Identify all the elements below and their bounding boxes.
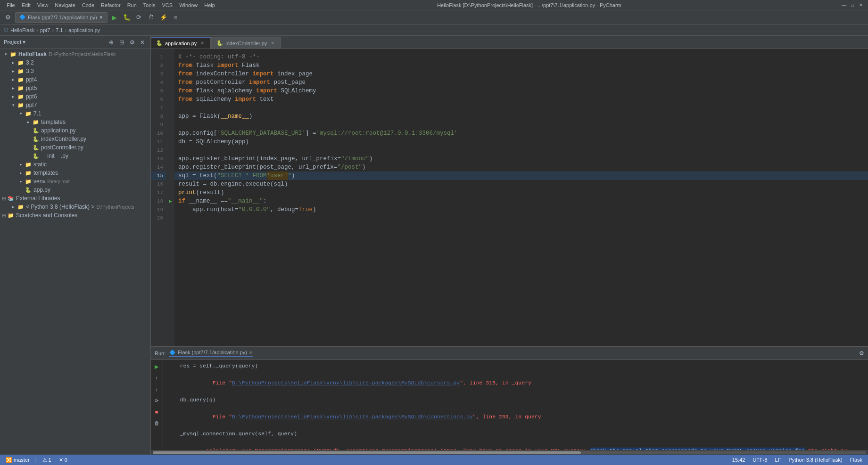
menu-view[interactable]: View bbox=[34, 1, 51, 9]
status-encoding[interactable]: UTF-8 bbox=[751, 457, 769, 463]
run-rerun-btn[interactable]: ⟳ bbox=[152, 396, 161, 405]
status-errors[interactable]: ✕ 0 bbox=[57, 457, 69, 463]
tree-arrow-ppt6[interactable]: ▸ bbox=[9, 93, 17, 100]
tree-arrow-static[interactable]: ▸ bbox=[17, 161, 25, 168]
tree-item-application-py[interactable]: 🐍 application.py bbox=[0, 126, 150, 135]
tree-item-app-py[interactable]: 🐍 app.py bbox=[0, 186, 150, 194]
tree-arrow-helloflask[interactable]: ▾ bbox=[2, 50, 9, 58]
code-content-area[interactable]: # -*- coding: utf-8 -*- from flask impor… bbox=[174, 49, 868, 346]
sidebar-settings-icon[interactable]: ⚙ bbox=[128, 38, 136, 47]
tab-close-index[interactable]: ✕ bbox=[269, 40, 276, 47]
close-button[interactable]: ✕ bbox=[858, 2, 864, 8]
window-controls[interactable]: — □ ✕ bbox=[841, 2, 864, 8]
run-play-btn[interactable]: ▶ bbox=[152, 362, 161, 371]
tree-arrow-templates-71[interactable]: ▸ bbox=[25, 118, 32, 126]
run-scroll-up-btn[interactable]: ↑ bbox=[152, 373, 161, 383]
status-run-config-status[interactable]: Flask bbox=[848, 457, 864, 463]
run-config-selector[interactable]: 🔷 Flask (ppt7/7.1/application.py) ▼ bbox=[15, 12, 107, 23]
tree-item-ppt5[interactable]: ▸ 📁 ppt5 bbox=[0, 84, 150, 92]
menu-code[interactable]: Code bbox=[79, 1, 97, 9]
status-python-version[interactable]: Python 3.8 (HelloFlask) bbox=[786, 457, 844, 463]
tree-arrow-32[interactable]: ▸ bbox=[9, 59, 17, 66]
menu-file[interactable]: File bbox=[4, 1, 18, 9]
tree-item-templates-71[interactable]: ▸ 📁 templates bbox=[0, 118, 150, 126]
menu-bar[interactable]: File Edit View Navigate Code Refactor Ru… bbox=[4, 1, 218, 9]
menu-run[interactable]: Run bbox=[124, 1, 140, 9]
arrow-5 bbox=[166, 87, 174, 95]
run-stop-btn[interactable]: ■ bbox=[152, 407, 161, 416]
line-num-4: 4 bbox=[151, 78, 166, 87]
tab-index-controller[interactable]: 🐍 indexController.py ✕ bbox=[211, 37, 281, 49]
run-coverage-button[interactable]: ⟳ bbox=[134, 12, 144, 23]
tree-item-33[interactable]: ▸ 📁 3.3 bbox=[0, 67, 150, 75]
tree-item-index-controller[interactable]: 🐍 indexController.py bbox=[0, 135, 150, 143]
tree-arrow-templates-ppt7[interactable]: ▸ bbox=[17, 169, 25, 177]
tree-label-ppt7: ppt7 bbox=[26, 102, 37, 108]
run-settings-icon[interactable]: ⚙ bbox=[859, 350, 864, 357]
run-button[interactable]: ▶ bbox=[109, 12, 120, 23]
run-panel-body: ▶ ↑ ↓ ⟳ ■ 🗑 res = self._query(query) Fil… bbox=[151, 360, 868, 450]
tree-item-venv[interactable]: ▸ 📁 venv library root bbox=[0, 177, 150, 186]
menu-tools[interactable]: Tools bbox=[141, 1, 158, 9]
tree-item-ppt4[interactable]: ▸ 📁 ppt4 bbox=[0, 75, 150, 84]
tree-arrow-venv[interactable]: ▸ bbox=[17, 178, 25, 185]
tree-arrow-ppt5[interactable]: ▸ bbox=[9, 84, 17, 92]
cursors-link[interactable]: D:\PythonProjects\HelloFlask\venv\lib\si… bbox=[232, 380, 460, 386]
run-arrow-18[interactable]: ▶ bbox=[166, 197, 174, 205]
connections-link[interactable]: D:\PythonProjects\HelloFlask\venv\lib\si… bbox=[232, 414, 473, 420]
menu-vcs[interactable]: VCS bbox=[159, 1, 176, 9]
concurrency-button[interactable]: ⚡ bbox=[158, 12, 169, 23]
sidebar-locate-icon[interactable]: ⊕ bbox=[107, 38, 116, 47]
breadcrumb-71[interactable]: 7.1 bbox=[56, 27, 63, 33]
tree-label-static: static bbox=[33, 161, 47, 168]
tab-application-py[interactable]: 🐍 application.py ✕ bbox=[151, 37, 211, 49]
run-scroll-down-btn[interactable]: ↓ bbox=[152, 384, 161, 394]
menu-window[interactable]: Window bbox=[176, 1, 200, 9]
tree-arrow-71[interactable]: ▾ bbox=[17, 110, 25, 117]
status-warnings[interactable]: ⚠ 1 bbox=[41, 457, 53, 463]
line-num-18: 18 bbox=[151, 197, 166, 205]
profile-button[interactable]: ⏱ bbox=[146, 12, 157, 23]
debug-button[interactable]: 🐛 bbox=[122, 12, 132, 23]
breadcrumb-helloflask[interactable]: HelloFlask bbox=[10, 27, 34, 33]
minimize-button[interactable]: — bbox=[841, 2, 847, 8]
tab-close-application[interactable]: ✕ bbox=[199, 40, 206, 47]
tree-item-helloflask[interactable]: ▾ 📁 HelloFlask D:\PythonProjects\HelloFl… bbox=[0, 50, 150, 58]
run-scrollbar[interactable] bbox=[151, 450, 868, 455]
tree-arrow-ppt4[interactable]: ▸ bbox=[9, 76, 17, 83]
sidebar-collapse-icon[interactable]: ⊟ bbox=[117, 38, 126, 47]
menu-refactor[interactable]: Refactor bbox=[98, 1, 124, 9]
breadcrumb-application[interactable]: application.py bbox=[68, 27, 100, 33]
tree-item-python38[interactable]: ▸ 📁 < Python 3.8 (HelloFlask) > D:\Pytho… bbox=[0, 203, 150, 211]
tree-item-post-controller[interactable]: 🐍 postController.py bbox=[0, 143, 150, 152]
maximize-button[interactable]: □ bbox=[849, 2, 856, 8]
status-git[interactable]: 🔀 master bbox=[4, 457, 32, 463]
run-clear-btn[interactable]: 🗑 bbox=[152, 418, 161, 428]
tree-item-templates-ppt7[interactable]: ▸ 📁 templates bbox=[0, 169, 150, 177]
run-tab-active[interactable]: 🔷 Flask (ppt7/7.1/application.py) ✕ bbox=[169, 350, 253, 357]
menu-edit[interactable]: Edit bbox=[19, 1, 33, 9]
tree-item-static[interactable]: ▸ 📁 static bbox=[0, 160, 150, 169]
tree-item-external-libs[interactable]: ⊟ 📚 External Libraries bbox=[0, 194, 150, 203]
run-scrollbar-thumb[interactable] bbox=[153, 451, 581, 454]
run-tab-close[interactable]: ✕ bbox=[249, 350, 253, 355]
more-run-button[interactable]: ≡ bbox=[171, 12, 181, 23]
line-num-16: 16 bbox=[151, 180, 166, 188]
breadcrumb-ppt7[interactable]: ppt7 bbox=[40, 27, 50, 33]
tree-arrow-python38[interactable]: ▸ bbox=[9, 203, 17, 211]
tree-item-ppt7[interactable]: ▾ 📁 ppt7 bbox=[0, 101, 150, 109]
sidebar-close-icon[interactable]: ✕ bbox=[138, 38, 147, 47]
tree-item-ppt6[interactable]: ▸ 📁 ppt6 bbox=[0, 92, 150, 101]
tree-item-scratches[interactable]: ⊟ 📁 Scratches and Consoles bbox=[0, 211, 150, 220]
tree-item-32[interactable]: ▸ 📁 3.2 bbox=[0, 58, 150, 67]
tree-arrow-ppt7[interactable]: ▾ bbox=[9, 101, 17, 109]
menu-help[interactable]: Help bbox=[201, 1, 218, 9]
tree-item-71[interactable]: ▾ 📁 7.1 bbox=[0, 109, 150, 118]
tree-item-init-py[interactable]: 🐍 __init__.py bbox=[0, 152, 150, 160]
status-line-separator[interactable]: LF bbox=[773, 457, 783, 463]
menu-navigate[interactable]: Navigate bbox=[52, 1, 78, 9]
tree-label-templates-ppt7: templates bbox=[33, 170, 58, 176]
arrow-6 bbox=[166, 95, 174, 104]
tree-arrow-33[interactable]: ▸ bbox=[9, 67, 17, 75]
toolbar-settings-icon[interactable]: ⚙ bbox=[3, 12, 13, 23]
